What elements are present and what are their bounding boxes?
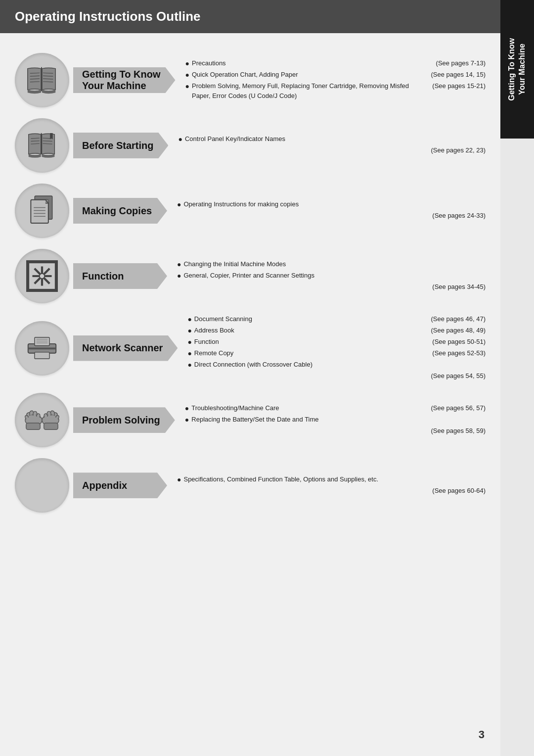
description-network-scanner: ●Document Scanning(See pages 46, 47)●Add… (187, 314, 486, 382)
copy-icon (28, 194, 56, 228)
page-ref: (See pages 56, 57) (431, 403, 486, 413)
row-label-appendix: Appendix (82, 480, 127, 491)
row-label-getting-to-know: Getting To KnowYour Machine (82, 69, 161, 92)
svg-rect-39 (26, 423, 40, 429)
bullet-icon: ● (185, 81, 189, 92)
desc-item: ●Function(See pages 50-51) (187, 337, 486, 347)
book-icon (25, 64, 59, 96)
svg-line-4 (30, 82, 40, 82)
desc-item: ●Quick Operation Chart, Adding Paper(See… (185, 70, 486, 80)
desc-item: ●Operating Instructions for making copie… (177, 199, 486, 210)
outline-row-problem-solving: Problem Solving●Troubleshooting/Machine … (15, 393, 486, 447)
circle-icon-scanner (15, 321, 69, 376)
desc-text: Operating Instructions for making copies (183, 199, 486, 209)
sidebar-tab-text: Getting To KnowYour Machine (507, 38, 528, 101)
page-ref: (See pages 50-51) (432, 337, 486, 347)
description-making-copies: ●Operating Instructions for making copie… (177, 199, 486, 222)
svg-line-3 (30, 79, 40, 79)
desc-text: Address Book (194, 326, 426, 335)
bullet-icon: ● (185, 403, 189, 414)
outline-row-network-scanner: Network Scanner●Document Scanning(See pa… (15, 314, 486, 382)
svg-line-7 (43, 79, 53, 79)
page-ref: (See pages 15-21) (432, 81, 486, 91)
desc-item: ●Precautions(See pages 7-13) (185, 58, 486, 69)
desc-item: ●Address Book(See pages 48, 49) (187, 326, 486, 336)
desc-text: Changing the Initial Machine Modes (183, 259, 486, 269)
circle-icon-copy (15, 184, 69, 238)
outline-row-making-copies: Making Copies●Operating Instructions for… (15, 184, 486, 238)
description-problem-solving: ●Troubleshooting/Machine Care(See pages … (185, 403, 486, 437)
arrow-label-problem-solving: Problem Solving (73, 407, 175, 433)
outline-row-appendix: ? Appendix●Specifications, Combined Func… (15, 458, 486, 513)
description-function: ●Changing the Initial Machine Modes●Gene… (177, 259, 486, 293)
description-appendix: ●Specifications, Combined Function Table… (177, 474, 486, 497)
sidebar-tab: Getting To KnowYour Machine (500, 0, 534, 139)
svg-rect-40 (44, 423, 58, 429)
bullet-icon: ● (187, 326, 191, 336)
header-bar: Operating Instructions Outline (0, 0, 500, 33)
row-label-making-copies: Making Copies (82, 205, 152, 217)
desc-text: Precautions (192, 58, 431, 68)
desc-text: Document Scanning (194, 314, 426, 324)
bullet-icon: ● (177, 199, 181, 210)
scanner-icon (26, 333, 58, 363)
arrow-label-appendix: Appendix (73, 472, 167, 498)
description-getting-to-know: ●Precautions(See pages 7-13)●Quick Opera… (185, 58, 486, 102)
bullet-icon: ● (177, 271, 181, 281)
bullet-icon: ● (177, 474, 181, 485)
bullet-icon: ● (187, 348, 191, 359)
svg-line-11 (31, 141, 40, 142)
main-content: Operating Instructions Outline (0, 0, 500, 756)
page-number: 3 (479, 728, 485, 741)
desc-item: ●Troubleshooting/Machine Care(See pages … (185, 403, 486, 414)
outline-row-function: Function●Changing the Initial Machine Mo… (15, 249, 486, 303)
svg-point-29 (40, 274, 44, 279)
see-pages: (See pages 34-45) (177, 282, 486, 292)
svg-line-12 (31, 143, 40, 144)
desc-item: ●Changing the Initial Machine Modes (177, 259, 486, 270)
see-pages: (See pages 60-64) (177, 486, 486, 496)
desc-item: ●Remote Copy(See pages 52-53) (187, 348, 486, 359)
circle-icon-book2 (15, 118, 69, 173)
desc-text: Control Panel Key/Indicator Names (185, 134, 486, 144)
svg-line-10 (31, 138, 40, 139)
row-label-network-scanner: Network Scanner (82, 342, 163, 354)
desc-text: Remote Copy (194, 348, 427, 358)
svg-line-2 (30, 76, 40, 76)
circle-icon-hands (15, 393, 69, 447)
row-label-function: Function (82, 271, 124, 282)
bullet-icon: ● (178, 134, 182, 144)
svg-rect-32 (35, 337, 49, 346)
page-ref: (See pages 14, 15) (431, 70, 486, 80)
bullet-icon: ● (185, 415, 189, 425)
svg-rect-31 (28, 348, 56, 350)
hands-icon (23, 406, 61, 434)
bullet-icon: ● (187, 360, 191, 370)
desc-item: ●Problem Solving, Memory Full, Replacing… (185, 81, 486, 101)
desc-item: ●Direct Connection (with Crossover Cable… (187, 360, 486, 370)
desc-text: Quick Operation Chart, Adding Paper (192, 70, 426, 80)
svg-line-1 (30, 73, 40, 73)
row-label-before-starting: Before Starting (82, 140, 153, 151)
desc-text: Specifications, Combined Function Table,… (183, 474, 486, 484)
book2-icon (27, 131, 57, 160)
bullet-icon: ● (185, 70, 189, 80)
row-label-problem-solving: Problem Solving (82, 415, 160, 426)
outline-row-getting-to-know: Getting To KnowYour Machine●Precautions(… (15, 53, 486, 107)
see-pages: (See pages 22, 23) (178, 145, 486, 155)
bullet-icon: ● (187, 337, 191, 347)
asterisk-icon (26, 260, 58, 292)
desc-item: ●Document Scanning(See pages 46, 47) (187, 314, 486, 325)
circle-icon-book (15, 53, 69, 107)
desc-text: General, Copier, Printer and Scanner Set… (183, 271, 486, 281)
svg-line-14 (43, 141, 52, 142)
page-title: Operating Instructions Outline (15, 9, 486, 24)
desc-text: Function (194, 337, 427, 347)
see-pages: (See pages 24-33) (177, 211, 486, 221)
desc-text: Problem Solving, Memory Full, Replacing … (192, 81, 427, 101)
arrow-label-making-copies: Making Copies (73, 198, 167, 224)
svg-rect-33 (35, 352, 49, 359)
svg-line-6 (43, 76, 53, 76)
bullet-icon: ● (177, 259, 181, 270)
desc-item: ●Replacing the Battery/Set the Date and … (185, 415, 486, 425)
